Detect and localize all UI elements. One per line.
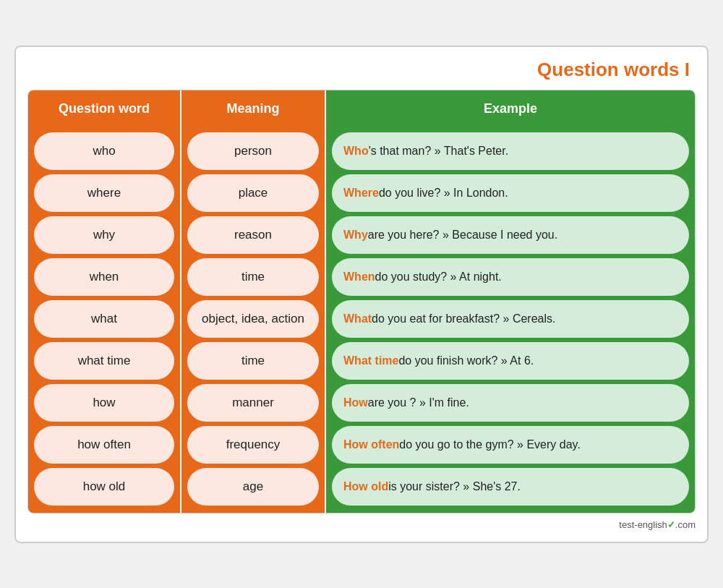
question-cell-7: how often <box>34 426 174 464</box>
question-cell-0: who <box>34 132 174 170</box>
question-cell-5: what time <box>34 342 174 380</box>
col-example-cells: Who's that man? » That's Peter.Where do … <box>326 128 695 513</box>
example-qword-7: How often <box>343 438 399 451</box>
col-example-header: Example <box>326 90 695 128</box>
footer: test-english✓.com <box>27 514 696 530</box>
example-cell-5: What time do you finish work? » At 6. <box>332 342 689 380</box>
example-rest-2: are you here? » Because I need you. <box>368 229 557 242</box>
example-qword-8: How old <box>343 480 388 493</box>
question-cell-6: how <box>34 384 174 422</box>
col-question-header: Question word <box>28 90 180 128</box>
example-qword-0: Who <box>343 145 369 158</box>
question-cell-3: when <box>34 258 174 296</box>
example-qword-6: How <box>343 396 368 409</box>
example-cell-3: When do you study? » At night. <box>332 258 689 296</box>
example-rest-0: 's that man? » That's Peter. <box>369 145 508 158</box>
meaning-cell-6: manner <box>187 384 319 422</box>
question-cell-4: what <box>34 300 174 338</box>
question-cell-1: where <box>34 174 174 212</box>
meaning-cell-7: frequency <box>187 426 319 464</box>
example-cell-7: How often do you go to the gym? » Every … <box>332 426 689 464</box>
example-qword-1: Where <box>343 187 379 200</box>
col-meaning-cells: personplacereasontimeobject, idea, actio… <box>181 128 325 513</box>
footer-tld: .com <box>675 519 696 530</box>
example-cell-8: How old is your sister? » She's 27. <box>332 468 689 506</box>
table: Question word whowherewhywhenwhatwhat ti… <box>27 90 696 514</box>
example-rest-5: do you finish work? » At 6. <box>398 354 534 367</box>
example-cell-0: Who's that man? » That's Peter. <box>332 132 689 170</box>
card: Question words I Question word whowherew… <box>14 46 709 543</box>
page-title: Question words I <box>27 59 696 81</box>
meaning-cell-0: person <box>187 132 319 170</box>
example-qword-5: What time <box>343 354 398 367</box>
col-example: Example Who's that man? » That's Peter.W… <box>325 90 695 513</box>
example-cell-1: Where do you live? » In London. <box>332 174 689 212</box>
col-meaning: Meaning personplacereasontimeobject, ide… <box>180 90 325 513</box>
footer-site: test-english <box>619 519 667 530</box>
example-cell-4: What do you eat for breakfast? » Cereals… <box>332 300 689 338</box>
col-question-word: Question word whowherewhywhenwhatwhat ti… <box>28 90 180 513</box>
example-rest-1: do you live? » In London. <box>379 187 508 200</box>
meaning-cell-1: place <box>187 174 319 212</box>
col-question-cells: whowherewhywhenwhatwhat timehowhow often… <box>28 128 180 513</box>
example-rest-6: are you ? » I'm fine. <box>368 396 469 409</box>
example-qword-3: When <box>343 270 375 284</box>
question-cell-2: why <box>34 216 174 254</box>
example-qword-4: What <box>343 312 372 325</box>
example-cell-6: How are you ? » I'm fine. <box>332 384 689 422</box>
col-meaning-header: Meaning <box>181 90 325 128</box>
example-rest-4: do you eat for breakfast? » Cereals. <box>372 312 555 325</box>
example-rest-3: do you study? » At night. <box>375 270 502 284</box>
question-cell-8: how old <box>34 468 174 506</box>
footer-check-icon: ✓ <box>667 519 675 530</box>
meaning-cell-8: age <box>187 468 319 506</box>
meaning-cell-4: object, idea, action <box>187 300 319 338</box>
meaning-cell-5: time <box>187 342 319 380</box>
example-cell-2: Why are you here? » Because I need you. <box>332 216 689 254</box>
example-rest-7: do you go to the gym? » Every day. <box>399 438 581 451</box>
meaning-cell-2: reason <box>187 216 319 254</box>
example-rest-8: is your sister? » She's 27. <box>388 480 521 493</box>
example-qword-2: Why <box>343 229 368 242</box>
meaning-cell-3: time <box>187 258 319 296</box>
